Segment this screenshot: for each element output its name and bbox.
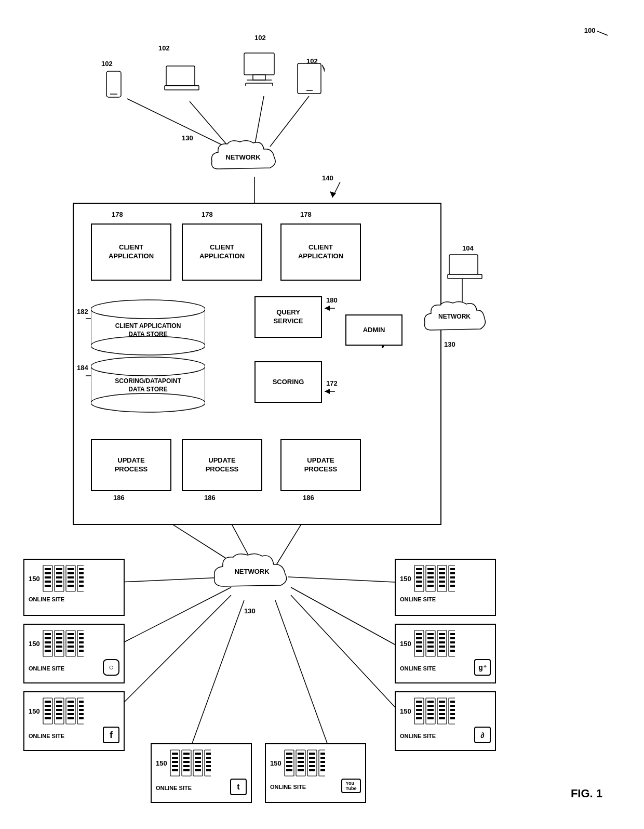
svg-rect-250 [298,769,304,771]
server-racks-top-left [42,563,84,594]
twitter-icon: t [230,779,247,795]
svg-rect-108 [68,633,74,635]
svg-rect-235 [206,757,211,759]
svg-rect-106 [56,650,62,652]
svg-rect-202 [427,717,434,719]
svg-rect-139 [79,705,84,707]
youtube-icon: YouTube [341,779,361,793]
svg-rect-87 [68,581,74,583]
ref-130-bottom-label: 130 [244,607,256,615]
ref-180-arrow [325,303,338,313]
svg-rect-78 [56,568,62,570]
phone-icon [104,70,125,104]
svg-rect-103 [56,637,62,639]
svg-rect-166 [450,585,455,587]
svg-rect-172 [416,650,422,652]
svg-rect-207 [439,713,445,715]
svg-rect-230 [195,761,201,763]
svg-rect-214 [450,717,455,719]
ref-178-3: 178 [300,210,312,218]
svg-point-60 [91,357,205,376]
ref-130-top: 130 [182,134,193,142]
server-racks-lower-left [42,695,84,727]
network-cloud-top: NETWORK [208,138,291,185]
svg-rect-229 [195,757,201,759]
scoring-datapoint-store: SCORING/DATAPOINT DATA STORE [91,356,205,413]
svg-rect-30 [106,71,121,97]
svg-rect-146 [416,576,422,578]
svg-rect-165 [450,581,455,583]
svg-rect-91 [79,572,84,574]
svg-rect-84 [68,568,74,570]
svg-rect-248 [298,761,304,763]
svg-rect-189 [450,646,455,648]
svg-rect-162 [450,568,455,570]
update-process-box-2: UPDATE PROCESS [182,439,262,491]
svg-rect-228 [195,753,201,755]
svg-marker-65 [325,389,330,394]
svg-rect-158 [439,576,445,578]
svg-rect-259 [320,757,325,759]
ref-102-phone: 102 [101,60,113,68]
svg-rect-244 [286,769,292,771]
client-app-box-3: CLIENT APPLICATION [280,223,361,281]
svg-rect-220 [172,769,178,771]
svg-rect-117 [79,646,84,648]
svg-rect-211 [450,705,455,707]
laptop1-icon [164,65,200,94]
svg-rect-182 [439,641,445,643]
svg-rect-225 [183,765,190,767]
svg-rect-254 [309,761,315,763]
online-site-mid-right: 150 [395,624,496,683]
svg-rect-154 [427,585,434,587]
svg-rect-126 [56,701,62,703]
svg-rect-175 [427,637,434,639]
svg-text:NETWORK: NETWORK [225,153,261,161]
svg-rect-144 [416,568,422,570]
svg-rect-184 [439,650,445,652]
svg-rect-232 [195,769,201,771]
client-app-data-store: CLIENT APPLICATION DATA STORE [91,299,205,356]
svg-line-25 [192,600,244,743]
svg-rect-237 [206,765,211,767]
svg-rect-260 [320,761,325,763]
ref-178-1: 178 [112,210,123,218]
online-site-bottom-left: 150 [151,743,252,803]
svg-line-29 [597,31,608,35]
svg-rect-133 [68,705,74,707]
ref-100-label: 100 [584,26,613,36]
svg-rect-164 [450,576,455,578]
svg-rect-68 [448,274,482,279]
server-racks-top-right [413,563,455,594]
svg-rect-163 [450,572,455,574]
svg-rect-195 [416,713,422,715]
svg-rect-204 [439,701,445,703]
svg-rect-39 [298,63,321,94]
svg-rect-213 [450,713,455,715]
svg-text:DATA STORE: DATA STORE [128,386,168,393]
online-site-mid-left: 150 [23,624,125,683]
svg-rect-100 [45,650,51,652]
svg-rect-130 [56,717,62,719]
svg-rect-136 [68,717,74,719]
svg-rect-134 [68,709,74,711]
svg-marker-56 [382,346,384,348]
svg-line-22 [288,577,395,582]
svg-rect-181 [439,637,445,639]
svg-line-23 [291,587,395,644]
facebook-icon: f [103,727,119,743]
svg-rect-240 [286,753,292,755]
ref-186-2: 186 [204,494,216,502]
svg-rect-80 [56,576,62,578]
svg-rect-102 [56,633,62,635]
svg-rect-79 [56,572,62,574]
svg-rect-157 [439,572,445,574]
svg-rect-241 [286,757,292,759]
svg-rect-222 [183,753,190,755]
svg-rect-210 [450,701,455,703]
online-site-top-left: 150 [23,559,125,616]
svg-rect-104 [56,641,62,643]
svg-rect-109 [68,637,74,639]
figure-label: FIG. 1 [571,787,602,800]
svg-rect-140 [79,709,84,711]
